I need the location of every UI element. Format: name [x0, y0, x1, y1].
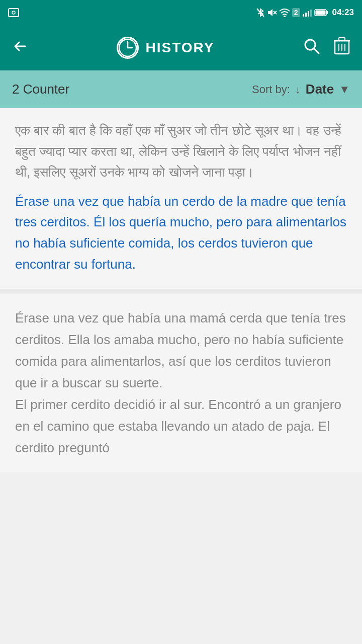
sort-arrow-icon: ↓ — [295, 83, 301, 96]
bluetooth-icon — [256, 7, 265, 18]
svg-rect-9 — [310, 10, 312, 17]
status-icons: 2 04:23 — [256, 7, 354, 18]
svg-rect-11 — [326, 11, 328, 14]
signal-icon — [302, 8, 312, 17]
screenshot-icon — [8, 8, 19, 18]
card-2: Érase una vez que había una mamá cerda q… — [0, 293, 362, 472]
app-bar: HISTORY — [0, 25, 362, 70]
sim-badge: 2 — [292, 8, 300, 17]
delete-button[interactable] — [332, 35, 352, 61]
hindi-text: एक बार की बात है कि वहाँ एक माँ सुअर जो … — [15, 120, 347, 183]
sound-muted-icon — [267, 8, 277, 18]
app-bar-actions — [302, 35, 352, 61]
sort-by-label: Sort by: — [252, 83, 290, 96]
svg-rect-0 — [9, 9, 19, 17]
svg-rect-8 — [308, 11, 309, 17]
svg-rect-20 — [339, 38, 345, 41]
svg-line-17 — [314, 49, 319, 53]
svg-rect-12 — [315, 11, 325, 15]
wifi-icon — [279, 8, 290, 17]
history-clock-icon — [117, 37, 139, 59]
spanish-highlight-text: Érase una vez que había un cerdo de la m… — [15, 191, 347, 275]
time-display: 04:23 — [332, 8, 354, 18]
spanish-text: Érase una vez que había una mamá cerda q… — [15, 307, 347, 458]
svg-point-1 — [12, 11, 15, 14]
toolbar-row: 2 Counter Sort by: ↓ Date ▼ — [0, 70, 362, 108]
search-icon — [304, 38, 320, 54]
dropdown-arrow-icon: ▼ — [339, 83, 350, 96]
svg-point-13 — [119, 39, 136, 56]
content-area: एक बार की बात है कि वहाँ एक माँ सुअर जो … — [0, 108, 362, 472]
app-bar-title: HISTORY — [146, 40, 215, 56]
back-arrow-icon — [12, 39, 27, 53]
clock-svg — [118, 38, 137, 57]
status-left — [8, 8, 19, 18]
card-1: एक बार की बात है कि वहाँ एक माँ सुअर जो … — [0, 108, 362, 289]
counter-label: 2 Counter — [12, 82, 69, 97]
svg-point-5 — [284, 16, 286, 17]
svg-rect-7 — [305, 13, 307, 17]
trash-icon — [334, 37, 350, 55]
status-bar: 2 04:23 — [0, 0, 362, 25]
search-button[interactable] — [302, 36, 322, 60]
back-button[interactable] — [10, 37, 29, 59]
svg-rect-6 — [303, 14, 304, 17]
sort-section[interactable]: Sort by: ↓ Date ▼ — [252, 82, 350, 97]
battery-icon — [314, 9, 328, 17]
sort-value: Date — [306, 82, 334, 97]
app-bar-center: HISTORY — [117, 37, 215, 59]
